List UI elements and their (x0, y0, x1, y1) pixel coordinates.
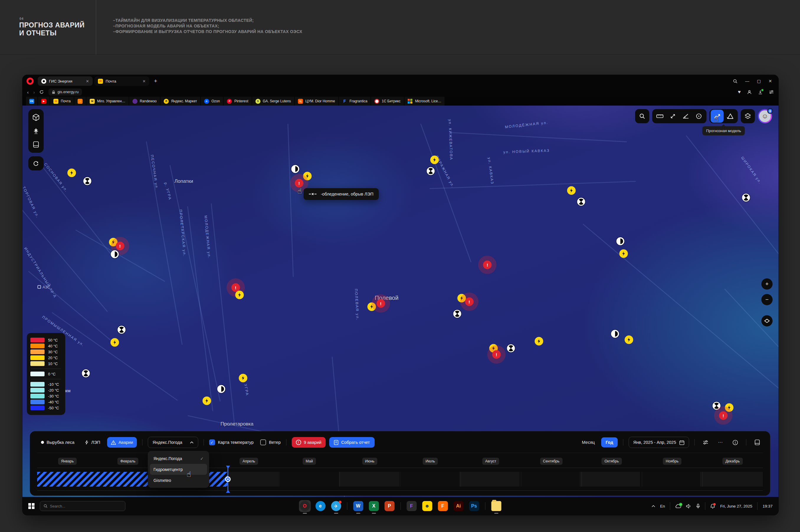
dropdown-option[interactable]: Яндекс.Погода✓ (150, 453, 207, 464)
taskbar-app-word[interactable]: W (352, 500, 364, 512)
taskbar-search[interactable] (40, 501, 125, 511)
bookmark-yandex-mail[interactable]: ✉Почта (50, 97, 74, 106)
profile-icon[interactable] (747, 90, 751, 94)
taskbar-app-illustrator[interactable]: Ai (452, 500, 464, 512)
minimize-button[interactable]: — (745, 79, 749, 83)
microphone-icon[interactable] (696, 504, 700, 509)
taskbar-app-fusion[interactable]: F (437, 500, 449, 512)
toggle-checked[interactable]: ✓Карта температур (209, 439, 254, 445)
month-label[interactable]: Октябрь (601, 458, 621, 465)
month-label[interactable]: Январь (58, 458, 77, 465)
taskbar-app-excel[interactable]: X (368, 500, 380, 512)
zoom-out-button[interactable]: − (761, 294, 773, 305)
month-label[interactable]: Июль (423, 458, 438, 465)
tray-date[interactable]: Fri, June 27, 2025 (720, 504, 752, 508)
map-viewport[interactable]: СОСНОВАЯ ул.ТОРГОВАЯ ул.ИНДУСТРИАЛЬНЫЙ п… (22, 106, 779, 497)
volume-icon[interactable] (686, 504, 691, 508)
filter-bolt[interactable]: ЛЭП (81, 437, 104, 448)
tray-expand-icon[interactable] (652, 505, 655, 507)
month-label[interactable]: Апрель (240, 458, 258, 465)
start-button[interactable] (28, 503, 35, 509)
month-label[interactable]: Сентябрь (540, 458, 562, 465)
forecast-model-button[interactable]: ☝ (711, 110, 724, 123)
bookmark-fragrantica[interactable]: FFragrantica (339, 97, 371, 106)
month-label[interactable]: Декабрь (722, 458, 743, 465)
month-label[interactable]: Август (482, 458, 499, 465)
filter-dot[interactable]: Вырубка леса (37, 437, 78, 448)
user-avatar[interactable]: ☺ 8 (758, 109, 772, 123)
more-options-button[interactable]: ··· (715, 437, 726, 448)
taskbar-app-figma[interactable]: F (406, 500, 417, 512)
period-month-toggle[interactable]: Месяц (579, 440, 598, 445)
taskbar-app-telegram[interactable]: ✈ (330, 500, 342, 512)
dropdown-option[interactable]: Гидрометцентр☝ (150, 464, 207, 475)
weather-source-trigger[interactable]: Яндекс.Погода (148, 437, 198, 448)
bookmark-youtube[interactable]: ▶ (38, 97, 50, 106)
tab-mail[interactable]: ✉ Почта ✕ (94, 76, 149, 86)
tab-gis-energia[interactable]: ГИС Энергия ✕ (38, 76, 93, 86)
power-tower-button[interactable] (30, 125, 42, 137)
notifications-bell-icon[interactable] (710, 504, 715, 509)
dropdown-option[interactable]: Gismeteo (150, 475, 207, 486)
tray-time[interactable]: 19:37 (763, 504, 773, 508)
bookmark-randewoo[interactable]: Randewoo (129, 97, 160, 106)
downloads-icon[interactable] (758, 90, 763, 94)
close-tab-icon[interactable]: ✕ (86, 79, 89, 83)
month-label[interactable]: Июнь (362, 458, 377, 465)
timeline-track[interactable] (37, 468, 763, 491)
bookmark-microsoft[interactable]: Microsoft. Lice… (405, 97, 445, 106)
bookmark-serge-lutens[interactable]: SGA. Serge Lutens (252, 97, 294, 106)
refresh-button[interactable] (28, 156, 44, 170)
date-range-picker[interactable]: Янв, 2025 - Апр, 2025 (629, 437, 689, 448)
journal-panel-button[interactable] (751, 437, 763, 448)
map-search-button[interactable] (635, 109, 649, 123)
radius-tool-button[interactable] (692, 110, 705, 123)
bookmark-ozon[interactable]: oOzon (201, 97, 223, 106)
month-label[interactable]: Ноябрь (663, 458, 682, 465)
taskbar-app-explorer[interactable] (490, 500, 502, 512)
taskbar-search-input[interactable] (50, 504, 121, 508)
extensions-icon[interactable] (769, 90, 774, 94)
zoom-in-button[interactable]: + (761, 279, 773, 290)
new-tab-button[interactable]: + (154, 78, 157, 84)
bookmark-miro[interactable]: MMiro. Управлен… (87, 97, 128, 106)
journal-button[interactable] (30, 139, 42, 150)
forward-button[interactable]: › (33, 90, 35, 95)
reload-button[interactable] (39, 90, 44, 94)
tab-search-icon[interactable] (733, 79, 738, 83)
taskbar-app-powerpoint[interactable]: P (384, 500, 395, 512)
bookmark-pinterest[interactable]: PPinterest (224, 97, 251, 106)
bookmark-tsum[interactable]: ЦЦУМ. Dior Homme (295, 97, 338, 106)
distance-tool-button[interactable] (666, 110, 680, 123)
language-indicator[interactable]: En (660, 504, 665, 508)
info-button[interactable] (729, 437, 741, 448)
bookmark-bitrix[interactable]: 1С Битрикс (371, 97, 404, 106)
bookmark-vk[interactable]: VK (26, 97, 37, 106)
checkbox[interactable] (260, 439, 266, 445)
view-3d-button[interactable] (30, 112, 42, 123)
back-button[interactable]: ‹ (27, 90, 29, 95)
close-tab-icon[interactable]: ✕ (143, 79, 146, 83)
toggle-unchecked[interactable]: Ветер (260, 439, 281, 445)
compass-button[interactable] (761, 315, 773, 326)
ruler-tool-button[interactable] (653, 110, 666, 123)
taskbar-app-photoshop[interactable]: Ps (468, 500, 480, 512)
taskbar-app-edge[interactable]: e (314, 500, 326, 512)
checkbox[interactable]: ✓ (209, 439, 215, 445)
bookmark-music-app[interactable]: ♪ (74, 97, 86, 106)
taskbar-app-photos[interactable]: ☻ (421, 500, 433, 512)
collect-report-button[interactable]: Собрать отчет (329, 437, 375, 448)
filter-warning[interactable]: Аварии (107, 437, 137, 448)
close-button[interactable]: ✕ (768, 79, 772, 83)
bookmark-yandex-market[interactable]: ЯЯндекс. Маркет (161, 97, 200, 106)
angle-tool-button[interactable] (680, 110, 692, 123)
month-label[interactable]: Май (303, 458, 316, 465)
timeline-settings-button[interactable] (700, 437, 711, 448)
scrubber-knob[interactable] (225, 477, 231, 482)
taskbar-app-opera[interactable]: O (299, 500, 311, 512)
layers-button[interactable] (741, 109, 755, 123)
hazards-tool-button[interactable] (724, 110, 737, 123)
accidents-badge[interactable]: ! 9 аварий (292, 437, 325, 448)
month-label[interactable]: Февраль (117, 458, 138, 465)
favorites-heart-icon[interactable]: ♥ (738, 89, 741, 95)
